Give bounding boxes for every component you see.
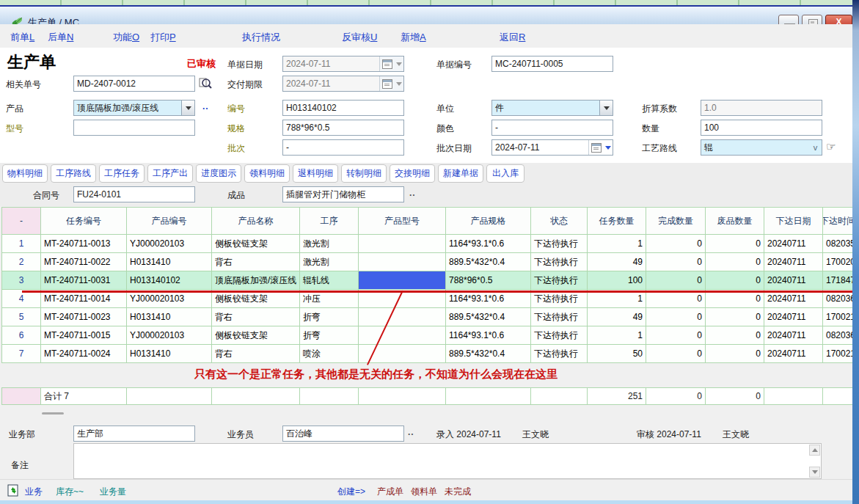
table-cell[interactable]	[359, 308, 446, 326]
table-row[interactable]: 6MT-240711-0015YJ000020103侧板铰链支架折弯1164*9…	[2, 326, 853, 345]
table-cell[interactable]: 背右	[212, 253, 300, 271]
table-cell[interactable]: H0131410	[127, 253, 212, 271]
table-cell[interactable]: MT-240711-0022	[41, 253, 127, 271]
table-cell[interactable]: YJ000020103	[127, 235, 212, 253]
table-row[interactable]: 3MT-240711-0031H013140102顶底隔板加强/滚压线辊轧线78…	[2, 271, 853, 290]
table-cell[interactable]: 顶底隔板加强/滚压线	[212, 271, 300, 290]
table-cell[interactable]: 20240711	[764, 253, 823, 271]
doc-no-field[interactable]: MC-240711-0005	[491, 56, 613, 72]
table-cell[interactable]: 激光割	[300, 253, 359, 271]
pointing-hand-icon[interactable]: ☞	[826, 140, 836, 153]
table-header-cell[interactable]: 状态	[531, 208, 588, 235]
table-cell[interactable]: H0131410	[127, 345, 212, 363]
table-header-cell[interactable]: 完成数量	[646, 208, 706, 235]
table-header-cell[interactable]: 产品名称	[212, 208, 300, 235]
table-cell[interactable]: 7	[2, 345, 41, 363]
related-no-field[interactable]: MD-2407-0012	[73, 76, 195, 92]
table-cell[interactable]: 3	[2, 271, 41, 290]
table-header-cell[interactable]: 产品编号	[127, 208, 212, 235]
table-header-cell[interactable]: 产品规格	[446, 208, 531, 235]
table-cell[interactable]: 下达待执行	[531, 271, 588, 290]
table-cell[interactable]: 0	[706, 308, 764, 326]
table-cell[interactable]: 下达待执行	[531, 308, 588, 326]
person-field[interactable]: 百治峰	[282, 426, 404, 442]
table-cell[interactable]: 100	[588, 271, 646, 290]
route-combobox[interactable]: 辊 v	[701, 139, 822, 156]
tab-6[interactable]: 退料明细	[293, 164, 338, 183]
table-cell[interactable]: 0	[646, 253, 706, 271]
table-row[interactable]: 2MT-240711-0022H0131410背右激光割889.5*432*0.…	[2, 253, 853, 271]
table-cell[interactable]: 0	[706, 326, 764, 345]
table-cell[interactable]: 辊轧线	[300, 271, 359, 290]
dropdown-button[interactable]	[181, 101, 194, 115]
material-requisition-link[interactable]: 领料单	[411, 486, 437, 498]
finished-product-field[interactable]: 插腿管对开门储物柜	[282, 186, 404, 202]
doc-date-field[interactable]: 2024-07-11	[282, 56, 404, 72]
code-field[interactable]: H013140102	[282, 100, 404, 116]
finished-product-more-link[interactable]: ..	[409, 188, 416, 198]
table-cell[interactable]	[359, 326, 446, 345]
scroll-down-button[interactable]	[809, 467, 820, 478]
business-volume-link[interactable]: 业务量	[100, 486, 126, 498]
table-header-cell[interactable]: -	[2, 208, 41, 235]
add-new-link[interactable]: 新增A	[401, 31, 426, 44]
table-cell[interactable]	[359, 253, 446, 271]
table-cell[interactable]: 171847	[823, 271, 853, 290]
title-bar[interactable]: 生产单 / MC X	[0, 7, 859, 25]
table-header-cell[interactable]: 产品型号	[359, 208, 446, 235]
tab-3[interactable]: 工序产出	[147, 164, 193, 183]
table-cell[interactable]: 082036	[823, 326, 853, 345]
batch-date-field[interactable]: 2024-07-11	[491, 139, 613, 156]
table-row[interactable]: 1MT-240711-0013YJ000020103侧板铰链支架激光割1164*…	[2, 235, 853, 253]
return-link[interactable]: 返回R	[500, 31, 525, 44]
prev-doc-link[interactable]: 前单L	[10, 31, 34, 44]
table-cell[interactable]: 170021	[823, 308, 853, 326]
batch-field[interactable]: -	[282, 139, 404, 156]
table-cell[interactable]: 1164*93.1*0.6	[446, 235, 531, 253]
next-doc-link[interactable]: 后单N	[48, 31, 73, 44]
table-header-cell[interactable]: 任务数量	[588, 208, 646, 235]
product-receipt-link[interactable]: 产成单	[377, 486, 403, 498]
table-cell[interactable]: 下达待执行	[531, 326, 588, 345]
table-cell[interactable]: 侧板铰链支架	[212, 235, 300, 253]
table-cell[interactable]	[359, 235, 446, 253]
table-cell[interactable]: 20240711	[764, 308, 823, 326]
table-cell[interactable]: 082035	[823, 235, 853, 253]
table-cell[interactable]: 下达待执行	[531, 235, 588, 253]
table-cell[interactable]: H013140102	[127, 271, 212, 290]
table-cell[interactable]: H0131410	[127, 308, 212, 326]
table-row[interactable]: 7MT-240711-0024H0131410背右喷涂889.5*432*0.4…	[2, 345, 853, 363]
business-link[interactable]: 业务	[25, 486, 43, 498]
table-header-cell[interactable]: 工序	[300, 208, 359, 235]
table-cell[interactable]: 50	[588, 345, 646, 363]
doc-refresh-icon[interactable]	[7, 484, 18, 497]
table-cell[interactable]: 0	[706, 235, 764, 253]
table-header-cell[interactable]: 任务编号	[41, 208, 127, 235]
table-cell[interactable]: MT-240711-0031	[41, 271, 127, 290]
contract-field[interactable]: FU24-0101	[73, 186, 195, 202]
table-cell[interactable]: 背右	[212, 345, 300, 363]
tab-5[interactable]: 领料明细	[244, 164, 290, 183]
table-cell[interactable]: 20240711	[764, 271, 823, 290]
table-cell[interactable]: 0	[646, 308, 706, 326]
table-cell[interactable]: 背右	[212, 308, 300, 326]
unit-combobox[interactable]: 件	[491, 100, 613, 116]
dept-field[interactable]: 生产部	[73, 426, 195, 442]
table-cell[interactable]: 889.5*432*0.4	[446, 253, 531, 271]
search-icon[interactable]	[199, 76, 212, 90]
scroll-up-button[interactable]	[809, 445, 820, 456]
product-combobox[interactable]: 顶底隔板加强/滚压线	[73, 100, 195, 116]
table-cell[interactable]: MT-240711-0015	[41, 326, 127, 345]
table-cell[interactable]: 1	[588, 235, 646, 253]
table-cell[interactable]: MT-240711-0013	[41, 235, 127, 253]
person-more-link[interactable]: ..	[408, 427, 414, 437]
spec-field[interactable]: 788*96*0.5	[282, 120, 404, 136]
table-cell[interactable]: 889.5*432*0.4	[446, 308, 531, 326]
table-header-cell[interactable]: 下达时间	[823, 208, 853, 235]
tab-2[interactable]: 工序任务	[99, 164, 145, 183]
color-field[interactable]: -	[491, 120, 613, 136]
remark-textarea[interactable]	[73, 443, 822, 479]
table-cell[interactable]: 折弯	[300, 326, 359, 345]
table-cell[interactable]: 788*96*0.5	[446, 271, 531, 290]
model-field[interactable]	[73, 120, 195, 136]
